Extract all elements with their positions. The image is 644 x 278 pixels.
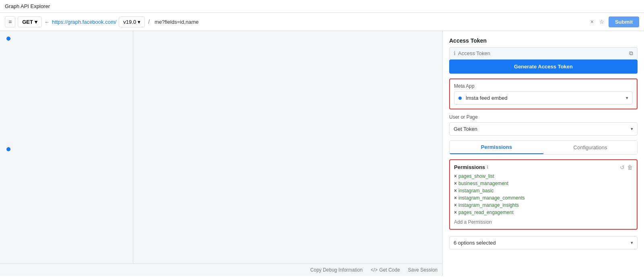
get-code-label: Get Code <box>379 267 400 273</box>
token-input-row: ℹ ⧉ <box>449 47 638 60</box>
save-session-button[interactable]: Save Session <box>408 267 438 273</box>
permission-name: pages_read_engagement <box>458 210 514 215</box>
meta-app-chevron-icon: ▾ <box>626 95 628 101</box>
cursor-dot-2 <box>6 147 10 151</box>
cursor-dot <box>6 37 10 41</box>
tab-configurations[interactable]: Configurations <box>543 141 637 154</box>
permission-name: business_management <box>458 181 508 186</box>
save-session-label: Save Session <box>408 267 438 273</box>
code-icon: </> <box>371 267 378 273</box>
meta-app-label: Meta App <box>454 83 633 89</box>
permissions-list: × pages_show_list × business_management … <box>454 173 633 215</box>
meta-app-dot <box>458 97 462 100</box>
options-selected-section: 6 options selected ▾ <box>449 236 638 249</box>
get-code-button[interactable]: </> Get Code <box>371 267 400 273</box>
permissions-title: Permissions <box>454 164 485 170</box>
options-selected-label: 6 options selected <box>454 240 496 246</box>
remove-permission-button[interactable]: × <box>454 210 457 215</box>
vertical-divider <box>133 31 133 264</box>
method-label: GET <box>22 19 33 25</box>
permission-item: × instagram_manage_comments <box>454 195 633 201</box>
star-button[interactable]: ☆ <box>598 17 606 27</box>
permission-name: instagram_manage_comments <box>458 195 525 201</box>
remove-permission-button[interactable]: × <box>454 174 457 179</box>
remove-permission-button[interactable]: × <box>454 181 457 186</box>
permission-item: × instagram_manage_insights <box>454 202 633 208</box>
tab-permissions[interactable]: Permissions <box>450 141 543 154</box>
version-label: v19.0 <box>123 19 136 25</box>
method-selector[interactable]: GET ▾ <box>18 16 42 27</box>
add-permission-input[interactable] <box>454 219 633 225</box>
permission-item: × pages_read_engagement <box>454 210 633 215</box>
trash-icon: 🗑 <box>627 164 633 171</box>
generate-token-button[interactable]: Generate Access Token <box>449 60 638 74</box>
close-button[interactable]: × <box>589 17 595 27</box>
copy-debug-button[interactable]: Copy Debug Information <box>310 267 363 273</box>
remove-permission-button[interactable]: × <box>454 203 457 208</box>
permission-item: × pages_show_list <box>454 173 633 179</box>
permission-item: × business_management <box>454 181 633 186</box>
user-page-section: User or Page Get Token ▾ <box>449 114 638 136</box>
token-input[interactable] <box>458 50 627 56</box>
reset-permissions-button[interactable]: ↺ <box>620 164 625 171</box>
version-chevron-icon: ▾ <box>138 19 140 25</box>
version-selector[interactable]: v19.0 ▾ <box>119 16 145 27</box>
meta-app-value: Imsta feed embed <box>466 95 508 101</box>
copy-token-button[interactable]: ⧉ <box>629 50 633 57</box>
hamburger-icon: ≡ <box>8 19 12 25</box>
editor-area: Copy Debug Information </> Get Code Save… <box>0 31 443 276</box>
star-icon: ☆ <box>599 19 605 25</box>
meta-app-section: Meta App Imsta feed embed ▾ <box>449 78 638 109</box>
permission-name: instagram_basic <box>458 188 493 194</box>
copy-icon: ⧉ <box>629 50 633 56</box>
user-page-label: User or Page <box>449 114 638 120</box>
permission-name: pages_show_list <box>458 173 494 179</box>
reset-icon: ↺ <box>620 164 625 171</box>
path-separator: / <box>148 19 150 25</box>
close-icon: × <box>590 19 594 25</box>
query-input[interactable] <box>153 17 586 27</box>
token-info-icon: ℹ <box>454 50 456 56</box>
options-selected-dropdown[interactable]: 6 options selected ▾ <box>449 236 638 249</box>
delete-permissions-button[interactable]: 🗑 <box>627 164 633 171</box>
base-url[interactable]: https://graph.facebook.com/ <box>52 19 116 25</box>
remove-permission-button[interactable]: × <box>454 196 457 200</box>
permissions-info-icon: ℹ <box>487 165 488 170</box>
permissions-actions: ↺ 🗑 <box>620 164 633 171</box>
access-token-section: Access Token ℹ ⧉ Generate Access Token <box>449 37 638 74</box>
get-token-chevron-icon: ▾ <box>631 126 633 132</box>
arrow-icon: ← <box>44 19 50 25</box>
copy-debug-label: Copy Debug Information <box>310 267 363 273</box>
permission-item: × instagram_basic <box>454 188 633 194</box>
access-token-title: Access Token <box>449 37 638 44</box>
editor-content[interactable] <box>0 31 442 264</box>
chevron-down-icon: ▾ <box>35 19 37 25</box>
permissions-section: Permissions ℹ ↺ 🗑 × pages_show_list × b <box>449 159 638 230</box>
hamburger-button[interactable]: ≡ <box>5 16 15 27</box>
remove-permission-button[interactable]: × <box>454 188 457 193</box>
get-token-dropdown[interactable]: Get Token ▾ <box>449 122 638 136</box>
meta-app-dropdown[interactable]: Imsta feed embed ▾ <box>454 91 633 105</box>
get-token-label: Get Token <box>454 126 477 132</box>
app-title: Graph API Explorer <box>5 3 50 9</box>
options-selected-chevron-icon: ▾ <box>631 240 633 245</box>
submit-button[interactable]: Submit <box>609 16 639 27</box>
right-panel: Access Token ℹ ⧉ Generate Access Token M… <box>443 31 644 276</box>
tabs-row: Permissions Configurations <box>449 140 638 154</box>
permission-name: instagram_manage_insights <box>458 202 519 208</box>
